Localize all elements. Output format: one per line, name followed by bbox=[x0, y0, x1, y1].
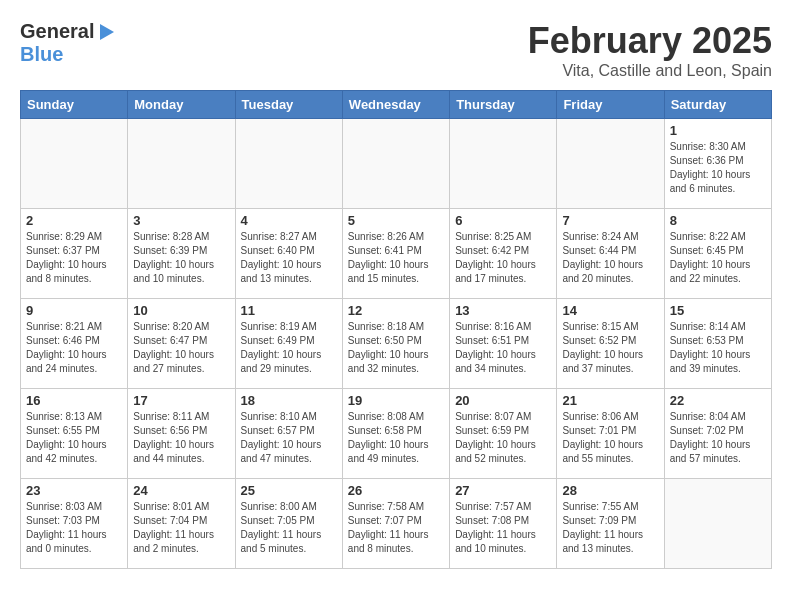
day-number: 1 bbox=[670, 123, 766, 138]
day-number: 9 bbox=[26, 303, 122, 318]
day-number: 5 bbox=[348, 213, 444, 228]
day-info: Sunrise: 8:15 AM Sunset: 6:52 PM Dayligh… bbox=[562, 320, 658, 376]
calendar-day-cell bbox=[21, 119, 128, 209]
day-number: 18 bbox=[241, 393, 337, 408]
calendar-header-row: SundayMondayTuesdayWednesdayThursdayFrid… bbox=[21, 91, 772, 119]
calendar-day-cell: 12Sunrise: 8:18 AM Sunset: 6:50 PM Dayli… bbox=[342, 299, 449, 389]
day-info: Sunrise: 8:19 AM Sunset: 6:49 PM Dayligh… bbox=[241, 320, 337, 376]
calendar-day-cell bbox=[664, 479, 771, 569]
day-of-week-header: Saturday bbox=[664, 91, 771, 119]
day-info: Sunrise: 8:04 AM Sunset: 7:02 PM Dayligh… bbox=[670, 410, 766, 466]
day-info: Sunrise: 8:13 AM Sunset: 6:55 PM Dayligh… bbox=[26, 410, 122, 466]
calendar-week-row: 1Sunrise: 8:30 AM Sunset: 6:36 PM Daylig… bbox=[21, 119, 772, 209]
calendar-day-cell bbox=[128, 119, 235, 209]
day-of-week-header: Sunday bbox=[21, 91, 128, 119]
page-header: General Blue February 2025 Vita, Castill… bbox=[20, 20, 772, 80]
day-info: Sunrise: 8:07 AM Sunset: 6:59 PM Dayligh… bbox=[455, 410, 551, 466]
day-number: 15 bbox=[670, 303, 766, 318]
logo-blue-text: Blue bbox=[20, 43, 63, 65]
day-number: 10 bbox=[133, 303, 229, 318]
day-number: 14 bbox=[562, 303, 658, 318]
day-number: 4 bbox=[241, 213, 337, 228]
day-number: 19 bbox=[348, 393, 444, 408]
day-info: Sunrise: 7:58 AM Sunset: 7:07 PM Dayligh… bbox=[348, 500, 444, 556]
logo-general-text: General bbox=[20, 20, 94, 43]
day-number: 6 bbox=[455, 213, 551, 228]
calendar-day-cell: 26Sunrise: 7:58 AM Sunset: 7:07 PM Dayli… bbox=[342, 479, 449, 569]
day-of-week-header: Monday bbox=[128, 91, 235, 119]
calendar-week-row: 2Sunrise: 8:29 AM Sunset: 6:37 PM Daylig… bbox=[21, 209, 772, 299]
day-info: Sunrise: 8:08 AM Sunset: 6:58 PM Dayligh… bbox=[348, 410, 444, 466]
calendar-day-cell: 10Sunrise: 8:20 AM Sunset: 6:47 PM Dayli… bbox=[128, 299, 235, 389]
calendar-week-row: 16Sunrise: 8:13 AM Sunset: 6:55 PM Dayli… bbox=[21, 389, 772, 479]
calendar-week-row: 23Sunrise: 8:03 AM Sunset: 7:03 PM Dayli… bbox=[21, 479, 772, 569]
day-of-week-header: Tuesday bbox=[235, 91, 342, 119]
calendar-day-cell: 17Sunrise: 8:11 AM Sunset: 6:56 PM Dayli… bbox=[128, 389, 235, 479]
day-info: Sunrise: 7:55 AM Sunset: 7:09 PM Dayligh… bbox=[562, 500, 658, 556]
logo-arrow-icon bbox=[100, 24, 114, 40]
day-number: 11 bbox=[241, 303, 337, 318]
calendar-day-cell: 5Sunrise: 8:26 AM Sunset: 6:41 PM Daylig… bbox=[342, 209, 449, 299]
day-info: Sunrise: 8:18 AM Sunset: 6:50 PM Dayligh… bbox=[348, 320, 444, 376]
day-number: 17 bbox=[133, 393, 229, 408]
day-info: Sunrise: 8:22 AM Sunset: 6:45 PM Dayligh… bbox=[670, 230, 766, 286]
day-number: 13 bbox=[455, 303, 551, 318]
calendar-day-cell: 19Sunrise: 8:08 AM Sunset: 6:58 PM Dayli… bbox=[342, 389, 449, 479]
day-number: 8 bbox=[670, 213, 766, 228]
day-info: Sunrise: 8:11 AM Sunset: 6:56 PM Dayligh… bbox=[133, 410, 229, 466]
calendar-day-cell: 18Sunrise: 8:10 AM Sunset: 6:57 PM Dayli… bbox=[235, 389, 342, 479]
day-info: Sunrise: 8:16 AM Sunset: 6:51 PM Dayligh… bbox=[455, 320, 551, 376]
calendar-day-cell: 28Sunrise: 7:55 AM Sunset: 7:09 PM Dayli… bbox=[557, 479, 664, 569]
calendar-day-cell: 21Sunrise: 8:06 AM Sunset: 7:01 PM Dayli… bbox=[557, 389, 664, 479]
calendar-day-cell bbox=[450, 119, 557, 209]
day-info: Sunrise: 8:01 AM Sunset: 7:04 PM Dayligh… bbox=[133, 500, 229, 556]
day-info: Sunrise: 8:24 AM Sunset: 6:44 PM Dayligh… bbox=[562, 230, 658, 286]
calendar-day-cell: 14Sunrise: 8:15 AM Sunset: 6:52 PM Dayli… bbox=[557, 299, 664, 389]
day-info: Sunrise: 8:29 AM Sunset: 6:37 PM Dayligh… bbox=[26, 230, 122, 286]
day-of-week-header: Wednesday bbox=[342, 91, 449, 119]
title-section: February 2025 Vita, Castille and Leon, S… bbox=[528, 20, 772, 80]
day-number: 20 bbox=[455, 393, 551, 408]
calendar-day-cell: 24Sunrise: 8:01 AM Sunset: 7:04 PM Dayli… bbox=[128, 479, 235, 569]
day-info: Sunrise: 8:06 AM Sunset: 7:01 PM Dayligh… bbox=[562, 410, 658, 466]
day-number: 21 bbox=[562, 393, 658, 408]
day-info: Sunrise: 8:00 AM Sunset: 7:05 PM Dayligh… bbox=[241, 500, 337, 556]
calendar-day-cell: 3Sunrise: 8:28 AM Sunset: 6:39 PM Daylig… bbox=[128, 209, 235, 299]
day-info: Sunrise: 8:10 AM Sunset: 6:57 PM Dayligh… bbox=[241, 410, 337, 466]
calendar-week-row: 9Sunrise: 8:21 AM Sunset: 6:46 PM Daylig… bbox=[21, 299, 772, 389]
day-info: Sunrise: 8:20 AM Sunset: 6:47 PM Dayligh… bbox=[133, 320, 229, 376]
calendar-day-cell: 9Sunrise: 8:21 AM Sunset: 6:46 PM Daylig… bbox=[21, 299, 128, 389]
calendar-day-cell bbox=[557, 119, 664, 209]
calendar-day-cell: 23Sunrise: 8:03 AM Sunset: 7:03 PM Dayli… bbox=[21, 479, 128, 569]
day-info: Sunrise: 8:30 AM Sunset: 6:36 PM Dayligh… bbox=[670, 140, 766, 196]
day-info: Sunrise: 8:21 AM Sunset: 6:46 PM Dayligh… bbox=[26, 320, 122, 376]
day-number: 16 bbox=[26, 393, 122, 408]
day-of-week-header: Thursday bbox=[450, 91, 557, 119]
calendar-day-cell: 4Sunrise: 8:27 AM Sunset: 6:40 PM Daylig… bbox=[235, 209, 342, 299]
day-number: 12 bbox=[348, 303, 444, 318]
day-number: 26 bbox=[348, 483, 444, 498]
day-number: 23 bbox=[26, 483, 122, 498]
calendar-day-cell: 8Sunrise: 8:22 AM Sunset: 6:45 PM Daylig… bbox=[664, 209, 771, 299]
calendar-day-cell: 13Sunrise: 8:16 AM Sunset: 6:51 PM Dayli… bbox=[450, 299, 557, 389]
calendar-table: SundayMondayTuesdayWednesdayThursdayFrid… bbox=[20, 90, 772, 569]
calendar-day-cell bbox=[235, 119, 342, 209]
day-number: 24 bbox=[133, 483, 229, 498]
day-info: Sunrise: 8:28 AM Sunset: 6:39 PM Dayligh… bbox=[133, 230, 229, 286]
day-number: 27 bbox=[455, 483, 551, 498]
day-number: 7 bbox=[562, 213, 658, 228]
day-info: Sunrise: 8:26 AM Sunset: 6:41 PM Dayligh… bbox=[348, 230, 444, 286]
calendar-subtitle: Vita, Castille and Leon, Spain bbox=[528, 62, 772, 80]
calendar-day-cell: 6Sunrise: 8:25 AM Sunset: 6:42 PM Daylig… bbox=[450, 209, 557, 299]
day-info: Sunrise: 8:25 AM Sunset: 6:42 PM Dayligh… bbox=[455, 230, 551, 286]
calendar-day-cell: 2Sunrise: 8:29 AM Sunset: 6:37 PM Daylig… bbox=[21, 209, 128, 299]
calendar-day-cell: 1Sunrise: 8:30 AM Sunset: 6:36 PM Daylig… bbox=[664, 119, 771, 209]
day-number: 22 bbox=[670, 393, 766, 408]
day-number: 3 bbox=[133, 213, 229, 228]
calendar-day-cell: 15Sunrise: 8:14 AM Sunset: 6:53 PM Dayli… bbox=[664, 299, 771, 389]
calendar-day-cell bbox=[342, 119, 449, 209]
day-number: 28 bbox=[562, 483, 658, 498]
logo: General Blue bbox=[20, 20, 114, 66]
calendar-title: February 2025 bbox=[528, 20, 772, 62]
day-info: Sunrise: 8:14 AM Sunset: 6:53 PM Dayligh… bbox=[670, 320, 766, 376]
